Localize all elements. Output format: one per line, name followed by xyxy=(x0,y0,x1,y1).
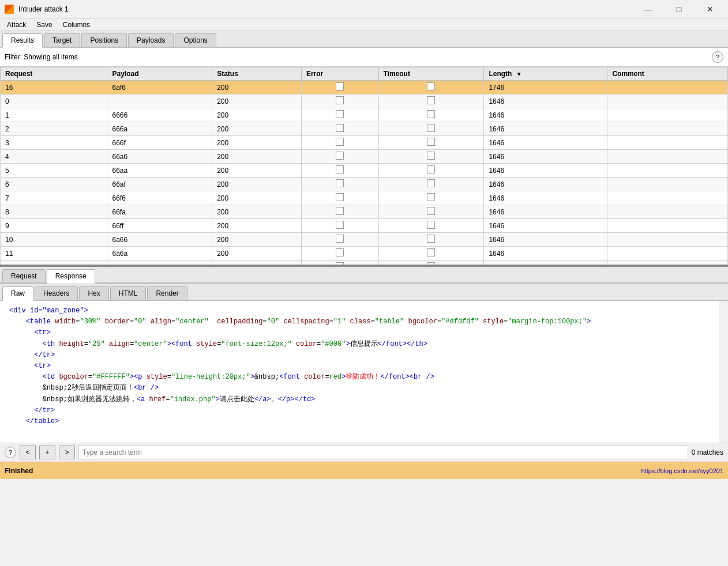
cell-length: 1646 xyxy=(484,150,607,164)
checkbox[interactable] xyxy=(336,124,344,132)
checkbox[interactable] xyxy=(336,221,344,229)
tab-results[interactable]: Results xyxy=(2,33,43,48)
cell-length: 1646 xyxy=(484,191,607,205)
col-request[interactable]: Request xyxy=(1,67,107,81)
cell-status: 200 xyxy=(212,150,302,164)
col-status[interactable]: Status xyxy=(212,67,302,81)
table-scroll[interactable]: Request Payload Status Error Timeout Len… xyxy=(0,67,728,265)
table-row[interactable]: 666af2001646 xyxy=(1,178,728,191)
checkbox[interactable] xyxy=(336,96,344,104)
checkbox[interactable] xyxy=(427,248,435,256)
tab-headers[interactable]: Headers xyxy=(35,286,78,300)
col-error[interactable]: Error xyxy=(301,67,378,81)
prev-button[interactable]: < xyxy=(20,446,36,459)
cell-request: 9 xyxy=(1,219,107,233)
checkbox[interactable] xyxy=(336,82,344,90)
minimize-button[interactable]: — xyxy=(635,1,661,17)
cell-request: 1 xyxy=(1,108,107,122)
table-row[interactable]: 126a6f2001646 xyxy=(1,261,728,265)
table-row[interactable]: 3666f2001646 xyxy=(1,136,728,150)
next-button[interactable]: > xyxy=(59,446,75,459)
checkbox[interactable] xyxy=(336,193,344,201)
code-area[interactable]: <div id="man_zone"> <table width="30%" b… xyxy=(0,301,728,443)
col-comment[interactable]: Comment xyxy=(607,67,728,81)
cell-request: 0 xyxy=(1,95,107,108)
add-button[interactable]: + xyxy=(39,446,55,459)
tab-html[interactable]: HTML xyxy=(110,286,147,300)
cell-comment xyxy=(607,178,728,191)
table-row[interactable]: 116a6a2001646 xyxy=(1,247,728,261)
table-row[interactable]: 106a662001646 xyxy=(1,233,728,247)
checkbox[interactable] xyxy=(427,221,435,229)
menu-columns[interactable]: Columns xyxy=(58,20,95,30)
col-payload[interactable]: Payload xyxy=(107,67,212,81)
filter-help-button[interactable]: ? xyxy=(712,51,723,63)
table-row[interactable]: 766f62001646 xyxy=(1,191,728,205)
checkbox[interactable] xyxy=(336,262,344,265)
table-row[interactable]: 2666a2001646 xyxy=(1,122,728,136)
checkbox[interactable] xyxy=(336,110,344,118)
cell-comment xyxy=(607,164,728,178)
code-line: <tr> xyxy=(9,361,710,372)
status-bar: Finished https://blog.csdn.net/syy0201 xyxy=(0,462,728,479)
checkbox[interactable] xyxy=(427,193,435,201)
checkbox[interactable] xyxy=(336,179,344,187)
checkbox[interactable] xyxy=(427,262,435,265)
checkbox[interactable] xyxy=(427,207,435,215)
checkbox[interactable] xyxy=(336,207,344,215)
checkbox[interactable] xyxy=(427,152,435,160)
checkbox[interactable] xyxy=(336,165,344,173)
maximize-button[interactable]: □ xyxy=(666,1,692,17)
cell-status: 200 xyxy=(212,122,302,136)
col-length[interactable]: Length ▼ xyxy=(484,67,607,81)
results-table: Request Payload Status Error Timeout Len… xyxy=(0,67,728,265)
tab-render[interactable]: Render xyxy=(147,286,187,300)
cell-comment xyxy=(607,150,728,164)
search-input[interactable] xyxy=(78,446,688,459)
table-row[interactable]: 866fa2001646 xyxy=(1,205,728,219)
cell-request: 2 xyxy=(1,122,107,136)
tab-hex[interactable]: Hex xyxy=(79,286,108,300)
table-row[interactable]: 166662001646 xyxy=(1,108,728,122)
checkbox[interactable] xyxy=(336,152,344,160)
tab-response[interactable]: Response xyxy=(47,269,95,284)
tab-raw[interactable]: Raw xyxy=(2,286,33,301)
tab-payloads[interactable]: Payloads xyxy=(128,33,174,47)
cell-status: 200 xyxy=(212,233,302,247)
checkbox[interactable] xyxy=(427,165,435,173)
checkbox[interactable] xyxy=(427,110,435,118)
tab-target[interactable]: Target xyxy=(44,33,80,47)
checkbox[interactable] xyxy=(427,124,435,132)
cell-request: 4 xyxy=(1,150,107,164)
checkbox[interactable] xyxy=(427,82,435,90)
cell-payload: 6a6a xyxy=(107,247,212,261)
checkbox[interactable] xyxy=(427,96,435,104)
cell-status: 200 xyxy=(212,205,302,219)
tab-options[interactable]: Options xyxy=(175,33,216,47)
table-row[interactable]: 466a62001646 xyxy=(1,150,728,164)
tab-positions[interactable]: Positions xyxy=(81,33,127,47)
checkbox[interactable] xyxy=(336,248,344,256)
close-button[interactable]: ✕ xyxy=(697,1,723,17)
cell-payload: 66f6 xyxy=(107,191,212,205)
window-title: Intruder attack 1 xyxy=(18,5,635,13)
checkbox[interactable] xyxy=(336,235,344,243)
checkbox[interactable] xyxy=(427,138,435,146)
menu-save[interactable]: Save xyxy=(32,20,57,30)
tab-request[interactable]: Request xyxy=(2,269,46,282)
col-timeout[interactable]: Timeout xyxy=(378,67,484,81)
checkbox[interactable] xyxy=(427,235,435,243)
table-row[interactable]: 966ff2001646 xyxy=(1,219,728,233)
cell-payload: 66af xyxy=(107,178,212,191)
checkbox[interactable] xyxy=(427,179,435,187)
menu-attack[interactable]: Attack xyxy=(2,20,31,30)
search-help-button[interactable]: ? xyxy=(5,447,16,458)
table-row[interactable]: 566aa2001646 xyxy=(1,164,728,178)
response-sub-tab-bar: Raw Headers Hex HTML Render xyxy=(0,284,728,301)
table-row[interactable]: 166af62001746 xyxy=(1,81,728,95)
code-line: </tr> xyxy=(9,350,710,361)
cell-length: 1646 xyxy=(484,219,607,233)
table-row[interactable]: 02001646 xyxy=(1,95,728,108)
cell-status: 200 xyxy=(212,95,302,108)
checkbox[interactable] xyxy=(336,138,344,146)
